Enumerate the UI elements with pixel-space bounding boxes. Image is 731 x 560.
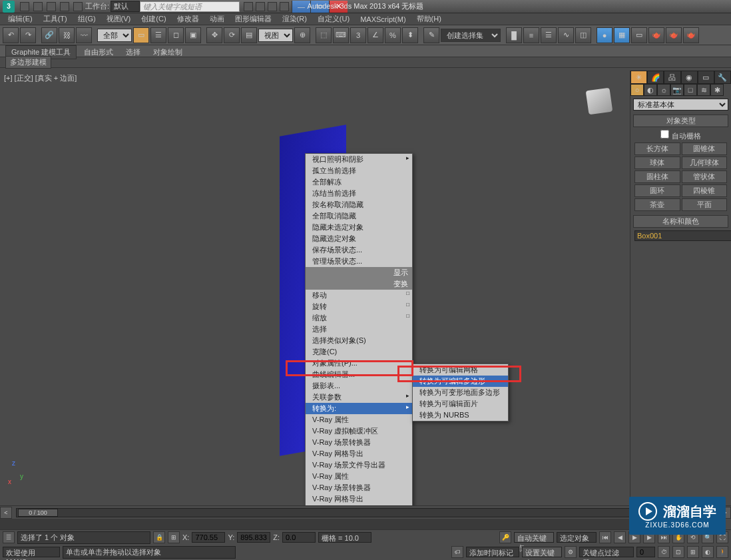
key-mode-icon[interactable]: 🔑 (499, 531, 511, 543)
layers-icon[interactable]: ☰ (541, 27, 557, 43)
ctx-isolate-sel[interactable]: 孤立当前选择 (306, 165, 412, 176)
help-icon[interactable] (280, 2, 289, 11)
ctx-rotate[interactable]: 旋转 (306, 301, 412, 312)
time-tag-icon[interactable]: 🏷 (451, 546, 463, 558)
autogrid-checkbox[interactable]: 自动栅格 (630, 129, 731, 142)
convert-deform-patch[interactable]: 转换为可变形地面多边形 (413, 387, 508, 398)
ctx-vray-1[interactable]: V-Ray 场景转换器 (306, 437, 412, 448)
convert-editable-poly[interactable]: 转换为可编辑多边形 (413, 376, 508, 387)
menu-animation[interactable]: 动画 (204, 14, 230, 24)
time-slider-thumb[interactable]: 0 / 100 (18, 509, 58, 517)
viewcube[interactable] (582, 84, 616, 119)
menu-group[interactable]: 组(G) (73, 14, 101, 24)
motion-tab-icon[interactable]: ◉ (681, 71, 698, 84)
ctx-viewport-lighting[interactable]: 视口照明和阴影 (306, 154, 412, 165)
zoom-extents-all-icon[interactable]: ⊞ (687, 546, 699, 558)
qat-save-icon[interactable] (47, 2, 56, 11)
schematic-view-icon[interactable]: ◫ (575, 27, 591, 43)
ctx-vray-6[interactable]: V-Ray 网格导出 (306, 493, 412, 505)
fov-icon[interactable]: ◐ (702, 546, 714, 558)
curve-editor-icon[interactable]: ∿ (558, 27, 574, 43)
maxscript-listener[interactable]: 欢迎使用 MAXSc (3, 547, 60, 557)
ctx-wire-params[interactable]: 关联参数 (306, 392, 412, 403)
select-region-icon[interactable]: ◻ (168, 27, 184, 43)
prev-frame-icon[interactable]: ◀ (614, 531, 626, 543)
ctx-vray-mesh[interactable]: V-Ray 属性 (306, 414, 412, 425)
utilities-tab-icon[interactable]: 🔧 (714, 71, 731, 84)
snap-toggle-icon[interactable]: 3 (350, 27, 366, 43)
material-editor-icon[interactable]: ● (597, 27, 612, 43)
x-coord-input[interactable] (192, 532, 225, 543)
menu-modifiers[interactable]: 修改器 (172, 14, 204, 24)
render-setup-icon[interactable]: ▦ (614, 27, 630, 43)
align-icon[interactable]: ≡ (523, 27, 539, 43)
ctx-vray-3[interactable]: V-Ray 场景文件导出器 (306, 459, 412, 471)
angle-snap-icon[interactable]: ∠ (367, 27, 383, 43)
ctx-vray-0[interactable]: V-Ray 虚拟帧缓冲区 (306, 425, 412, 437)
setkey-button[interactable]: 设置关键点 (522, 547, 562, 557)
convert-editable-mesh[interactable]: 转换为可编辑网格 (413, 364, 508, 376)
qat-new-icon[interactable] (20, 2, 29, 11)
menu-customize[interactable]: 自定义(U) (312, 14, 355, 24)
spinner-snap-icon[interactable]: ⬍ (402, 27, 418, 43)
ctx-vray-2[interactable]: V-Ray 网格导出 (306, 448, 412, 459)
time-config-icon[interactable]: ⏱ (658, 546, 670, 558)
workspace-select[interactable]: 默认 (111, 1, 140, 12)
favorites-icon[interactable] (268, 2, 277, 11)
zoom-extents-icon[interactable]: ⊡ (672, 546, 684, 558)
btn-box[interactable]: 长方体 (634, 142, 680, 155)
maxscript-mini-listener-icon[interactable]: ☰ (3, 531, 15, 543)
current-frame-input[interactable] (636, 547, 655, 557)
btn-cylinder[interactable]: 圆柱体 (634, 170, 680, 183)
hierarchy-tab-icon[interactable]: 品 (664, 71, 680, 84)
ctx-vray-4[interactable]: V-Ray 属性 (306, 471, 412, 482)
ctx-select-similar[interactable]: 选择类似对象(S) (306, 335, 412, 346)
subscription-icon[interactable] (244, 2, 253, 11)
ctx-unhide-all[interactable]: 全部取消隐藏 (306, 210, 412, 222)
qat-open-icon[interactable] (33, 2, 43, 11)
ctx-freeze-sel[interactable]: 冻结当前选择 (306, 188, 412, 199)
ctx-hide-unsel[interactable]: 隐藏未选定对象 (306, 222, 412, 233)
ctx-dope-sheet[interactable]: 摄影表... (306, 380, 412, 392)
btn-cone[interactable]: 圆锥体 (682, 142, 728, 155)
qat-undo-icon[interactable] (60, 2, 69, 11)
menu-edit[interactable]: 编辑(E) (3, 14, 38, 24)
geometry-icon[interactable]: ○ (630, 84, 644, 96)
percent-snap-icon[interactable]: % (385, 27, 401, 43)
modify-tab-icon[interactable]: 🌈 (647, 71, 664, 84)
key-filters-icon[interactable]: ⚙ (565, 546, 577, 558)
menu-grapheditors[interactable]: 图形编辑器 (230, 14, 277, 24)
app-icon[interactable]: 3 (3, 1, 15, 13)
ctx-unhide-byname[interactable]: 按名称取消隐藏 (306, 199, 412, 210)
goto-start-icon[interactable]: ⏮ (599, 531, 611, 543)
systems-icon[interactable]: ✱ (710, 84, 724, 96)
window-crossing-icon[interactable]: ▣ (185, 27, 201, 43)
ctx-manage-scene-state[interactable]: 管理场景状态... (306, 256, 412, 267)
menu-tools[interactable]: 工具(T) (38, 14, 73, 24)
undo-icon[interactable]: ↶ (3, 27, 19, 43)
rendered-frame-icon[interactable]: ▭ (631, 27, 647, 43)
ctx-scale[interactable]: 缩放 (306, 312, 412, 324)
y-coord-input[interactable] (237, 532, 270, 543)
helpers-icon[interactable]: □ (684, 84, 697, 96)
selected-key-target[interactable]: 选定对象 (557, 532, 597, 543)
ctx-select[interactable]: 选择 (306, 324, 412, 335)
menu-create[interactable]: 创建(C) (136, 14, 171, 24)
select-object-icon[interactable]: ▭ (133, 27, 149, 43)
convert-nurbs[interactable]: 转换为 NURBS (413, 410, 508, 421)
named-selection-set[interactable]: 创建选择集 (441, 29, 501, 42)
shapes-icon[interactable]: ◐ (644, 84, 657, 96)
btn-torus[interactable]: 圆环 (634, 184, 680, 197)
ribbon-tab-objectpaint[interactable]: 对象绘制 (148, 47, 188, 57)
keyboard-shortcut-icon[interactable]: ⌨ (333, 27, 349, 43)
btn-geosphere[interactable]: 几何球体 (682, 156, 728, 169)
add-time-tag[interactable]: 添加时间标记 (466, 547, 519, 557)
create-tab-icon[interactable]: ✳ (630, 71, 647, 84)
mirror-icon[interactable]: ▐▌ (506, 27, 522, 43)
object-name-input[interactable] (634, 230, 731, 241)
rotate-icon[interactable]: ⟳ (224, 27, 240, 43)
exchange-icon[interactable] (256, 2, 265, 11)
unlink-icon[interactable]: ⛓ (59, 27, 75, 43)
scale-icon[interactable]: ▤ (241, 27, 257, 43)
category-dropdown[interactable]: 标准基本体 (633, 99, 728, 111)
